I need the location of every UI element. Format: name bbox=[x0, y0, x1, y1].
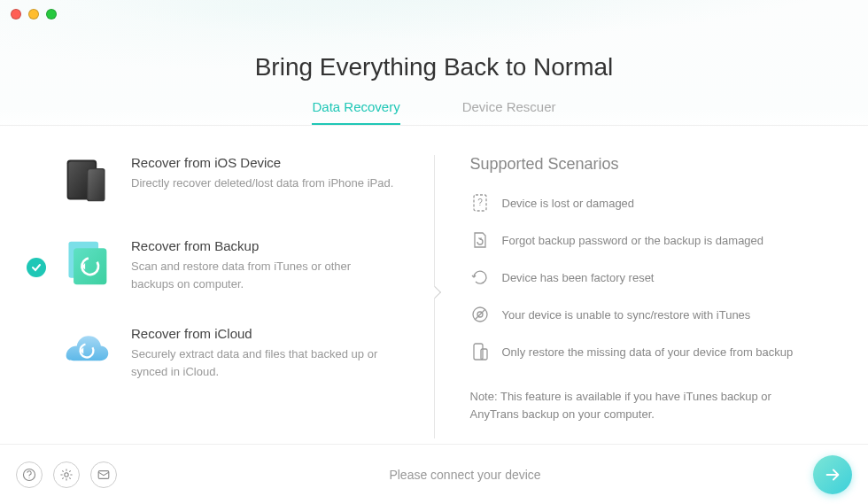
check-icon bbox=[27, 258, 46, 277]
sync-fail-icon bbox=[470, 305, 490, 324]
option-recover-ios-device[interactable]: Recover from iOS Device Directly recover… bbox=[62, 155, 407, 205]
scenario-label: Forgot backup password or the backup is … bbox=[502, 234, 764, 247]
scenarios-title: Supported Scenarios bbox=[470, 155, 816, 174]
settings-button[interactable] bbox=[53, 461, 80, 488]
tab-data-recovery[interactable]: Data Recovery bbox=[312, 99, 399, 125]
help-button[interactable] bbox=[16, 461, 43, 488]
scenario-label: Only restore the missing data of your de… bbox=[502, 345, 794, 359]
svg-rect-3 bbox=[88, 169, 104, 200]
option-recover-backup[interactable]: Recover from Backup Scan and restore dat… bbox=[62, 238, 407, 292]
option-desc: Directly recover deleted/lost data from … bbox=[131, 174, 393, 192]
next-button[interactable] bbox=[813, 455, 852, 494]
svg-line-12 bbox=[475, 309, 485, 320]
scenario-label: Your device is unable to sync/restore wi… bbox=[502, 308, 751, 322]
page-title: Bring Everything Back to Normal bbox=[0, 0, 868, 81]
footer-status: Please connect your device bbox=[117, 468, 813, 482]
footer: Please connect your device bbox=[0, 444, 868, 504]
option-desc: Securely extract data and files that bac… bbox=[131, 345, 397, 380]
vertical-divider bbox=[434, 155, 435, 438]
scenario-item: Forgot backup password or the backup is … bbox=[470, 230, 816, 250]
option-title: Recover from iCloud bbox=[131, 326, 397, 341]
feedback-button[interactable] bbox=[90, 461, 117, 488]
scenario-item: ? Device is lost or damaged bbox=[470, 193, 816, 213]
device-lost-icon: ? bbox=[470, 193, 490, 213]
footer-icons bbox=[16, 461, 117, 488]
scenario-label: Device has been factory reset bbox=[502, 271, 655, 284]
scenario-item: Only restore the missing data of your de… bbox=[470, 342, 816, 361]
scenario-item: Your device is unable to sync/restore wi… bbox=[470, 305, 816, 324]
option-desc: Scan and restore data from iTunes or oth… bbox=[131, 258, 397, 292]
header: Bring Everything Back to Normal Data Rec… bbox=[0, 0, 868, 128]
option-title: Recover from Backup bbox=[131, 238, 397, 253]
backup-damaged-icon bbox=[470, 230, 490, 250]
backup-file-icon bbox=[62, 238, 112, 288]
svg-point-17 bbox=[65, 472, 68, 476]
window-controls bbox=[11, 9, 57, 19]
scenarios-panel: Supported Scenarios ? Device is lost or … bbox=[435, 155, 816, 443]
svg-rect-14 bbox=[481, 349, 487, 360]
scenario-label: Device is lost or damaged bbox=[502, 197, 635, 210]
svg-text:?: ? bbox=[477, 198, 483, 207]
option-title: Recover from iOS Device bbox=[131, 155, 393, 170]
window-minimize-button[interactable] bbox=[28, 9, 39, 19]
recovery-options: Recover from iOS Device Directly recover… bbox=[62, 155, 434, 443]
factory-reset-icon bbox=[470, 268, 490, 287]
tab-device-rescuer[interactable]: Device Rescuer bbox=[462, 99, 556, 125]
ios-device-icon bbox=[62, 155, 112, 205]
svg-point-16 bbox=[28, 477, 29, 478]
svg-rect-18 bbox=[98, 470, 109, 478]
window-maximize-button[interactable] bbox=[46, 9, 57, 19]
window-close-button[interactable] bbox=[11, 9, 21, 19]
option-recover-icloud[interactable]: Recover from iCloud Securely extract dat… bbox=[62, 326, 407, 380]
tabs: Data Recovery Device Rescuer bbox=[0, 99, 868, 126]
icloud-icon bbox=[62, 326, 112, 376]
restore-missing-icon bbox=[470, 342, 490, 361]
main-content: Recover from iOS Device Directly recover… bbox=[0, 128, 868, 443]
svg-rect-5 bbox=[74, 248, 106, 284]
scenarios-note: Note: This feature is available if you h… bbox=[470, 388, 816, 423]
scenario-item: Device has been factory reset bbox=[470, 268, 816, 287]
